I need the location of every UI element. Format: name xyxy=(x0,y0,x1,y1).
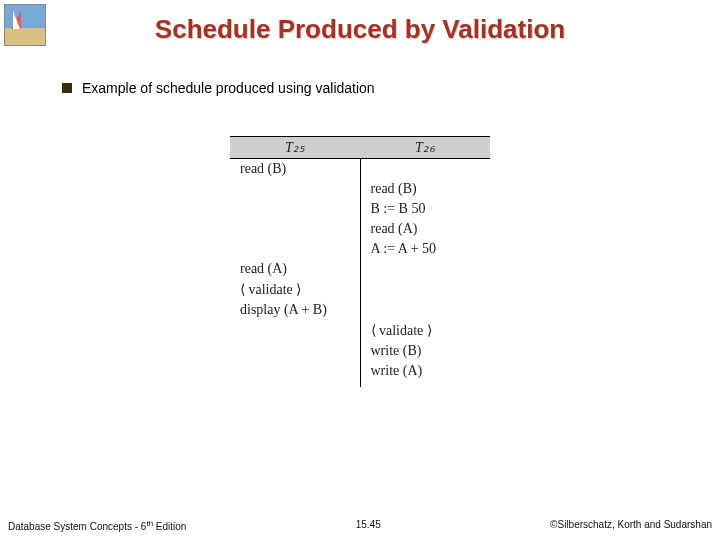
cell-right xyxy=(360,159,490,180)
table-row: display (A + B) xyxy=(230,300,490,320)
cell-left xyxy=(230,361,360,387)
slide-title: Schedule Produced by Validation xyxy=(0,14,720,45)
cell-left: display (A + B) xyxy=(230,300,360,320)
cell-right: write (A) xyxy=(360,361,490,387)
cell-right: write (B) xyxy=(360,341,490,361)
cell-left xyxy=(230,199,360,219)
table-row: A := A + 50 xyxy=(230,239,490,259)
slide-footer: Database System Concepts - 6th Edition 1… xyxy=(0,519,720,532)
footer-left-a: Database System Concepts - 6 xyxy=(8,521,146,532)
table-row: read (A) xyxy=(230,259,490,279)
cell-right xyxy=(360,300,490,320)
table-row: write (A) xyxy=(230,361,490,387)
cell-right xyxy=(360,279,490,300)
bullet-item: Example of schedule produced using valid… xyxy=(62,80,375,96)
table-row: ⟨ validate ⟩ xyxy=(230,320,490,341)
cell-left xyxy=(230,179,360,199)
cell-right: ⟨ validate ⟩ xyxy=(360,320,490,341)
table-row: ⟨ validate ⟩ xyxy=(230,279,490,300)
table-row: B := B 50 xyxy=(230,199,490,219)
cell-left: read (B) xyxy=(230,159,360,180)
col-header-t26: T₂₆ xyxy=(360,137,490,159)
cell-left: read (A) xyxy=(230,259,360,279)
cell-right xyxy=(360,259,490,279)
table-row: write (B) xyxy=(230,341,490,361)
table-row: read (B) xyxy=(230,159,490,180)
cell-right: A := A + 50 xyxy=(360,239,490,259)
cell-left xyxy=(230,341,360,361)
bullet-square-icon xyxy=(62,83,72,93)
cell-left xyxy=(230,239,360,259)
bullet-text: Example of schedule produced using valid… xyxy=(82,80,375,96)
footer-right: ©Silberschatz, Korth and Sudarshan xyxy=(550,519,712,532)
cell-right: read (A) xyxy=(360,219,490,239)
cell-right: read (B) xyxy=(360,179,490,199)
table-row: read (A) xyxy=(230,219,490,239)
schedule-table: T₂₅ T₂₆ read (B)read (B)B := B 50read (A… xyxy=(230,136,490,387)
col-header-t25: T₂₅ xyxy=(230,137,360,159)
footer-left-b: Edition xyxy=(153,521,186,532)
table-row: read (B) xyxy=(230,179,490,199)
cell-left xyxy=(230,219,360,239)
footer-center: 15.45 xyxy=(356,519,381,532)
cell-left: ⟨ validate ⟩ xyxy=(230,279,360,300)
cell-left xyxy=(230,320,360,341)
cell-right: B := B 50 xyxy=(360,199,490,219)
footer-left: Database System Concepts - 6th Edition xyxy=(8,519,186,532)
